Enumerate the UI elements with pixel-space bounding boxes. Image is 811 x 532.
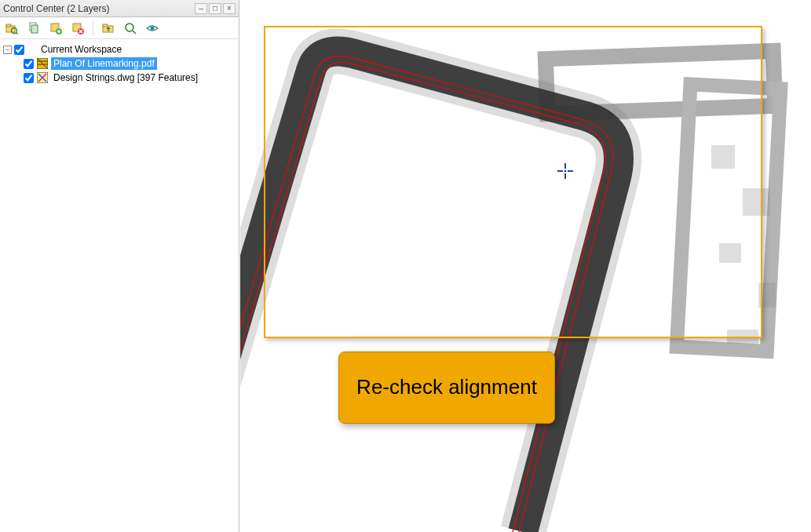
drawing-canvas[interactable]: Re-check alignment bbox=[240, 0, 811, 532]
panel-titlebar: Control Center (2 Layers) – □ × bbox=[0, 0, 239, 17]
layer-checkbox[interactable] bbox=[24, 73, 34, 83]
svg-line-17 bbox=[133, 31, 136, 34]
minimize-button[interactable]: – bbox=[195, 3, 207, 14]
svg-rect-5 bbox=[31, 25, 38, 33]
tree-root-label: Current Workspace bbox=[38, 43, 124, 56]
layer-checkbox[interactable] bbox=[24, 59, 34, 69]
svg-line-3 bbox=[16, 32, 18, 34]
tree-item-label: Plan Of Linemarking.pdf bbox=[51, 57, 157, 70]
maximize-button[interactable]: □ bbox=[209, 3, 221, 14]
annotation-highlight-box bbox=[264, 26, 762, 338]
tree-item[interactable]: Design Strings.dwg [397 Features] bbox=[2, 71, 237, 85]
control-center-panel: Control Center (2 Layers) – □ × − bbox=[0, 0, 239, 532]
new-layer-icon[interactable] bbox=[47, 20, 64, 37]
delete-layer-icon[interactable] bbox=[69, 20, 86, 37]
visibility-icon[interactable] bbox=[144, 20, 161, 37]
folder-up-icon[interactable] bbox=[100, 20, 117, 37]
tree-item[interactable]: Plan Of Linemarking.pdf bbox=[2, 56, 237, 71]
tree-item-label: Design Strings.dwg [397 Features] bbox=[51, 71, 200, 84]
panel-toolbar bbox=[0, 17, 239, 39]
svg-point-18 bbox=[151, 26, 155, 30]
layer-hatch-icon bbox=[37, 58, 48, 69]
svg-point-16 bbox=[126, 24, 133, 31]
layer-tree: − Current Workspace Plan Of Linemarking.… bbox=[0, 39, 239, 532]
tree-root[interactable]: − Current Workspace bbox=[2, 42, 237, 56]
zoom-icon[interactable] bbox=[122, 20, 139, 37]
annotation-callout: Re-check alignment bbox=[338, 352, 555, 424]
layer-cad-icon bbox=[37, 72, 48, 83]
open-folder-search-icon[interactable] bbox=[3, 20, 20, 37]
root-checkbox[interactable] bbox=[14, 45, 24, 55]
expander-icon[interactable]: − bbox=[3, 46, 12, 54]
svg-rect-15 bbox=[103, 24, 108, 27]
svg-rect-1 bbox=[6, 24, 11, 27]
panel-title: Control Center (2 Layers) bbox=[3, 3, 193, 14]
callout-text: Re-check alignment bbox=[356, 375, 537, 399]
toolbar-separator bbox=[93, 20, 93, 36]
copy-icon[interactable] bbox=[25, 20, 42, 37]
close-button[interactable]: × bbox=[223, 3, 236, 14]
